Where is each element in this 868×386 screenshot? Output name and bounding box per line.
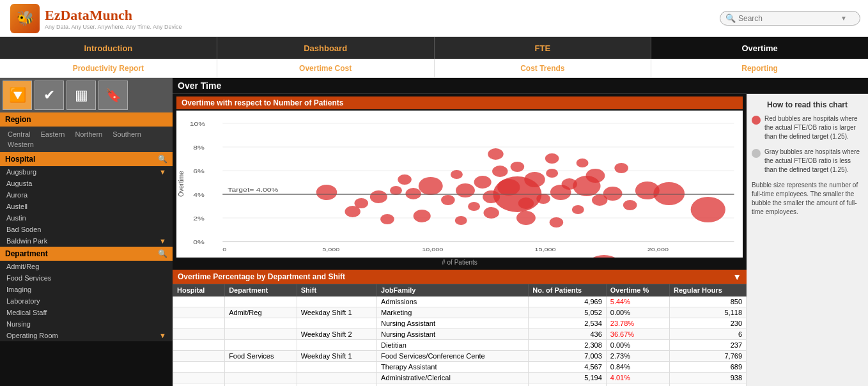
cell-regular-hours: 5,118 <box>670 307 747 318</box>
svg-text:10%: 10% <box>190 121 206 127</box>
cell-jobfamily: Dietitian <box>377 340 529 351</box>
dept-laboratory[interactable]: Laboratory <box>0 295 173 307</box>
dept-medical-staff[interactable]: Medical Staff <box>0 307 173 318</box>
svg-point-50 <box>488 148 503 160</box>
svg-point-60 <box>585 255 623 258</box>
svg-point-22 <box>370 190 387 203</box>
cell-shift <box>297 340 376 351</box>
sub-nav: Productivity Report Overtime Cost Cost T… <box>0 59 868 78</box>
svg-point-55 <box>414 210 431 222</box>
svg-point-48 <box>586 169 605 183</box>
department-section: Department 🔍 Admit/Reg Food Services Ima… <box>0 247 173 341</box>
svg-text:Target= 4.00%: Target= 4.00% <box>228 187 279 193</box>
bubble-gray-icon <box>752 149 761 158</box>
sub-nav-productivity[interactable]: Productivity Report <box>0 59 217 77</box>
chart-x-label: # of Patients <box>176 258 743 267</box>
tab-introduction[interactable]: Introduction <box>0 37 217 59</box>
cell-jobfamily: Administrative/Clerical <box>377 373 529 383</box>
dept-imaging[interactable]: Imaging <box>0 284 173 295</box>
hospital-section: Hospital 🔍 Augsburg ▼ Augusta Aurora Aus… <box>0 152 173 247</box>
cell-hospital <box>173 340 225 351</box>
tab-fte[interactable]: FTE <box>435 37 652 59</box>
department-section-header[interactable]: Department 🔍 <box>0 247 173 261</box>
cell-patients: 2,534 <box>529 318 607 329</box>
search-dropdown-icon[interactable]: ▼ <box>841 15 847 22</box>
cell-jobfamily: Food Services/Conference Cente <box>377 351 529 362</box>
table-expand-icon[interactable]: ▼ <box>732 272 741 282</box>
cell-shift: Weekday Shift 1 <box>297 351 376 362</box>
page-title: Over Time <box>173 78 868 94</box>
hospital-search-icon[interactable]: 🔍 <box>158 155 167 164</box>
dept-operating-room[interactable]: Operating Room ▼ <box>0 330 173 341</box>
svg-text:2%: 2% <box>193 215 205 222</box>
svg-point-42 <box>474 176 492 189</box>
svg-point-41 <box>451 170 463 179</box>
hospital-austin[interactable]: Austin <box>0 212 173 224</box>
hospital-section-header[interactable]: Hospital 🔍 <box>0 152 173 166</box>
region-central[interactable]: Central <box>3 129 35 139</box>
cell-dept <box>225 362 297 373</box>
cell-jobfamily: Nursing Assistant <box>377 318 529 329</box>
table-row: Weekday Shift 2Nursing Assistant43636.67… <box>173 329 747 340</box>
hospital-baldwin-park[interactable]: Baldwin Park ▼ <box>0 235 173 247</box>
chart-title: Overtime with respect to Number of Patie… <box>176 96 743 109</box>
cell-regular-hours: 689 <box>670 362 747 373</box>
sidebar: 🔽 ✔ ▦ 🔖 Region Central Eastern Northern … <box>0 78 173 386</box>
checkmark-icon[interactable]: ✔ <box>35 81 64 110</box>
svg-point-53 <box>345 206 360 217</box>
search-icon: 🔍 <box>725 13 736 23</box>
cell-regular-hours: 850 <box>670 297 747 307</box>
logo-subtitle: Any Data. Any User. Anywhere. Any Time. … <box>45 24 182 30</box>
tab-dashboard[interactable]: Dashboard <box>217 37 435 59</box>
svg-point-44 <box>511 162 525 172</box>
cell-patients: 4,567 <box>529 362 607 373</box>
svg-text:15,000: 15,000 <box>534 246 555 252</box>
svg-point-20 <box>316 185 337 200</box>
cell-dept <box>225 373 297 383</box>
svg-point-61 <box>653 182 685 205</box>
region-northern[interactable]: Northern <box>70 129 107 139</box>
cell-shift <box>297 297 376 307</box>
hospital-augusta[interactable]: Augusta <box>0 178 173 189</box>
tab-overtime[interactable]: Overtime <box>651 37 868 59</box>
cell-dept <box>225 297 297 307</box>
svg-point-47 <box>562 178 577 190</box>
hospital-aurora[interactable]: Aurora <box>0 189 173 201</box>
cell-patients: 4,969 <box>529 297 607 307</box>
hospital-austell[interactable]: Austell <box>0 201 173 212</box>
sub-nav-overtime-cost[interactable]: Overtime Cost <box>217 59 435 77</box>
region-southern[interactable]: Southern <box>107 129 146 139</box>
logo-icon: 🐝 <box>10 4 40 33</box>
grid-icon[interactable]: ▦ <box>66 81 96 110</box>
sub-nav-reporting[interactable]: Reporting <box>651 59 868 77</box>
cell-overtime-pct: 0.84% <box>606 362 669 373</box>
sub-nav-cost-trends[interactable]: Cost Trends <box>435 59 652 77</box>
region-western[interactable]: Western <box>3 139 39 150</box>
hospital-bad-soden[interactable]: Bad Soden <box>0 224 173 235</box>
legend-size-text: Bubble size represents the number of ful… <box>752 181 863 217</box>
region-eastern[interactable]: Eastern <box>35 129 70 139</box>
svg-point-54 <box>380 214 394 224</box>
svg-point-43 <box>492 166 508 177</box>
region-label: Region <box>0 112 173 127</box>
search-input[interactable] <box>738 14 841 23</box>
cell-jobfamily: Marketing <box>377 307 529 318</box>
dept-nursing[interactable]: Nursing <box>0 318 173 330</box>
filter-icon[interactable]: 🔽 <box>3 81 32 110</box>
svg-point-62 <box>691 197 725 222</box>
cell-dept <box>225 340 297 351</box>
bookmark-icon[interactable]: 🔖 <box>98 81 128 110</box>
cell-hospital <box>173 351 225 362</box>
logo-title: EzDataMunch <box>45 7 182 24</box>
dept-admit-reg[interactable]: Admit/Reg <box>0 261 173 272</box>
legend-gray-text: Gray bubbles are hospitals where the act… <box>764 148 863 174</box>
svg-point-40 <box>398 174 412 185</box>
dept-food-services[interactable]: Food Services <box>0 272 173 284</box>
cell-patients: 2,308 <box>529 340 607 351</box>
department-search-icon[interactable]: 🔍 <box>158 249 167 258</box>
logo-area: 🐝 EzDataMunch Any Data. Any User. Anywhe… <box>0 0 256 37</box>
hospital-augsburg[interactable]: Augsburg ▼ <box>0 166 173 178</box>
table-row: Nursing Assistant2,53423.78%230 <box>173 318 747 329</box>
svg-text:0: 0 <box>222 246 226 252</box>
cell-jobfamily: Therapy Assistant <box>377 362 529 373</box>
